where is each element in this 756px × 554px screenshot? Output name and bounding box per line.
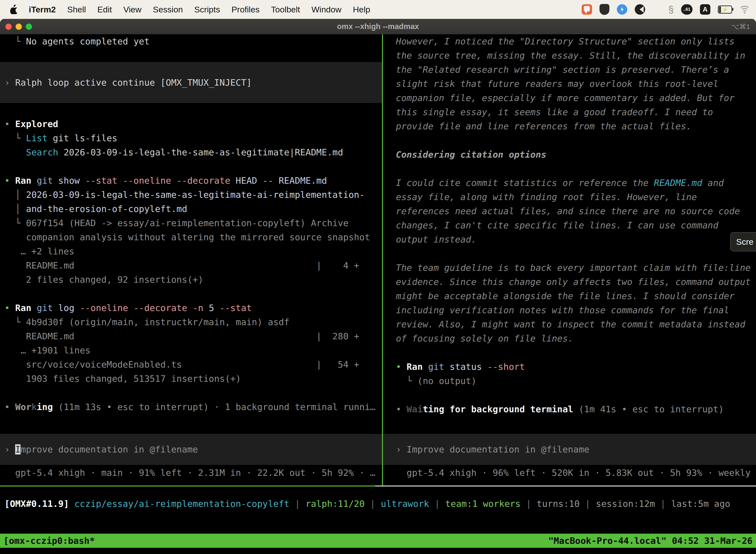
- text-segment: 2 files changed, 92 insertions(+): [4, 275, 203, 285]
- text-segment: and-the-erosion-of-copyleft.md: [26, 204, 187, 214]
- menu-item-session[interactable]: Session: [153, 5, 183, 14]
- text-segment: (1m 41s • esc to interrupt): [573, 404, 724, 414]
- text-segment: ultrawork: [381, 499, 429, 509]
- menu-item-toolbelt[interactable]: Toolbelt: [271, 5, 300, 14]
- text-segment: •: [396, 362, 406, 372]
- text-segment: essay file, along with finding root file…: [396, 192, 697, 202]
- chevron-circle-icon[interactable]: [635, 4, 645, 15]
- terminal-line: The team guideline is to back every impo…: [396, 261, 756, 275]
- terminal-line: Considering citation options: [396, 148, 756, 162]
- terminal-line: … +1901 lines: [4, 343, 382, 357]
- text-segment: --stat: [219, 303, 252, 313]
- text-segment: turns:10: [537, 499, 580, 509]
- count-badge-icon[interactable]: ..61: [681, 4, 693, 15]
- text-segment: HEAD: [230, 175, 262, 186]
- screen-tooltip-label: Scre: [736, 237, 754, 247]
- shield-grid-icon[interactable]: [600, 4, 610, 15]
- zoom-button[interactable]: [26, 23, 32, 30]
- menu-item-window[interactable]: Window: [312, 5, 341, 14]
- text-segment: README.md: [273, 175, 327, 186]
- text-segment: [31, 303, 37, 313]
- terminal-line: • Ran git log --oneline --decorate -n 5 …: [4, 301, 382, 315]
- menu-item-list: iTerm2ShellEditViewSessionScriptsProfile…: [29, 5, 370, 14]
- text-segment: ting for background terminal: [423, 404, 573, 414]
- terminal-line: └ No agents completed yet: [4, 34, 382, 48]
- text-segment: I: [15, 444, 20, 454]
- model-status-line: gpt-5.4 xhigh · 96% left · 520K in · 5.8…: [396, 466, 756, 480]
- text-segment: [31, 175, 37, 186]
- close-button[interactable]: [5, 23, 12, 30]
- wifi-icon[interactable]: [740, 6, 750, 13]
- hook-icon[interactable]: §: [669, 4, 674, 15]
- menu-item-iterm2[interactable]: iTerm2: [29, 5, 56, 14]
- text-segment: last:5m ago: [671, 499, 730, 509]
- tmux-session-label: [omx-cczip0:bash*: [3, 536, 95, 546]
- text-segment: README.md | 4 +: [4, 260, 359, 271]
- prompt-input[interactable]: › Improve documentation in @filename: [0, 434, 382, 465]
- text-segment: … +2 lines: [4, 246, 74, 257]
- blank-line: [396, 388, 756, 402]
- screen-tooltip[interactable]: Scre: [730, 232, 756, 252]
- terminal-line: README.md | 280 +: [4, 329, 382, 343]
- terminal-line: • Ran git show --stat --oneline --decora…: [4, 173, 382, 188]
- terminal-line: I could cite commit statistics or refere…: [396, 176, 756, 190]
- messages-icon[interactable]: [582, 4, 592, 15]
- text-segment: gpt-5.4 xhigh · main · 91% left · 2.31M …: [4, 467, 376, 478]
- text-segment: |: [580, 499, 596, 509]
- menu-item-edit[interactable]: Edit: [98, 5, 112, 14]
- window-title-bar[interactable]: omx --xhigh --madmax ⌥⌘1: [0, 19, 756, 34]
- menu-status-icons: § ..61 A ⚡: [582, 4, 756, 15]
- text-segment: [69, 499, 74, 509]
- tmux-status-bar: [omx-cczip0:bash* "MacBook-Pro-44.local"…: [0, 534, 756, 548]
- text-segment: references need actual files, and since …: [396, 206, 740, 216]
- text-segment: … +1901 lines: [4, 345, 90, 355]
- text-segment: 4b9d30f (origin/main, instructkr/main, m…: [26, 317, 290, 327]
- text-segment: |: [521, 499, 537, 509]
- text-segment: 1903 files changed, 513517 insertions(+): [4, 374, 241, 384]
- separator-inactive: [375, 486, 756, 487]
- text-segment: and: [702, 178, 724, 188]
- text-segment: |: [290, 499, 306, 509]
- pane-spacer: [4, 414, 382, 434]
- left-terminal-pane[interactable]: └ No agents completed yet› Ralph loop ac…: [0, 34, 382, 486]
- text-segment: List: [26, 133, 48, 143]
- text-segment: git: [37, 303, 53, 313]
- terminal-line: │ and-the-erosion-of-copyleft.md: [4, 202, 382, 216]
- text-segment: might be acceptable alongside the file l…: [396, 291, 735, 301]
- menu-item-scripts[interactable]: Scripts: [194, 5, 220, 14]
- notification-box: › Ralph loop active continue [OMX_TMUX_I…: [0, 62, 382, 103]
- blank-line: [4, 287, 382, 301]
- text-segment: └: [4, 218, 26, 228]
- text-segment: •: [4, 402, 15, 412]
- text-segment: companion analysis without altering the …: [4, 232, 370, 242]
- text-segment: 067f154 (HEAD -> essay/ai-reimplementati…: [26, 218, 349, 228]
- text-segment: │: [4, 204, 26, 214]
- menu-item-help[interactable]: Help: [353, 5, 370, 14]
- text-segment: Wai: [406, 404, 423, 414]
- apple-menu-icon[interactable]: [10, 5, 18, 14]
- right-terminal-pane[interactable]: However, I noticed the "Directory Struct…: [383, 34, 756, 486]
- battery-icon[interactable]: ⚡: [718, 5, 732, 14]
- pane-spacer: [396, 416, 756, 434]
- dots-grid-icon[interactable]: [652, 5, 661, 14]
- text-segment: •: [396, 404, 406, 414]
- text-segment: └: [4, 133, 26, 143]
- text-segment: (no output): [418, 376, 477, 386]
- a-badge-icon[interactable]: A: [700, 4, 710, 15]
- text-segment: Search: [26, 147, 58, 157]
- menu-item-view[interactable]: View: [123, 5, 141, 14]
- text-segment: README.md: [654, 178, 702, 188]
- text-segment: •: [4, 175, 15, 186]
- terminal-line: • Waiting for background terminal (1m 41…: [396, 402, 756, 416]
- blue-badge-icon[interactable]: [617, 4, 627, 15]
- terminal-line: the "Related research writing" section i…: [396, 63, 756, 77]
- text-segment: However, I noticed the "Directory Struct…: [396, 36, 735, 46]
- minimize-button[interactable]: [16, 23, 22, 30]
- menu-item-profiles[interactable]: Profiles: [232, 5, 259, 14]
- terminal-line: │ 2026-03-09-is-legal-the-same-as-legiti…: [4, 188, 382, 202]
- menu-item-shell[interactable]: Shell: [67, 5, 86, 14]
- terminal-line: might be acceptable alongside the file l…: [396, 289, 756, 303]
- text-segment: --: [262, 175, 273, 186]
- blank-line: [396, 246, 756, 261]
- prompt-input[interactable]: › Improve documentation in @filename: [383, 434, 756, 465]
